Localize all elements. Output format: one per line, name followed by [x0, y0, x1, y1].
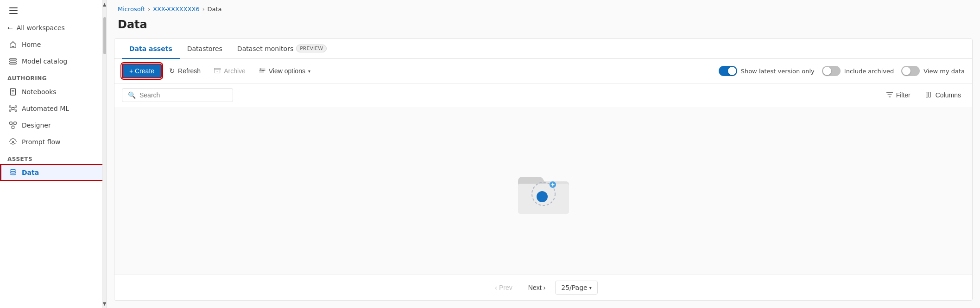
archive-button[interactable]: Archive — [208, 64, 251, 78]
svg-point-35 — [537, 191, 548, 202]
svg-rect-18 — [12, 126, 14, 128]
create-button[interactable]: + Create — [122, 64, 162, 78]
page-size-selector[interactable]: 25/Page ▾ — [555, 281, 597, 295]
scrollbar-thumb[interactable] — [103, 17, 106, 54]
sidebar-item-data[interactable]: Data — [0, 164, 106, 181]
main-content: Microsoft › XXX-XXXXXXX6 › Data Data Dat… — [107, 0, 980, 308]
content-area: Data assets Datastores Dataset monitors … — [114, 38, 973, 301]
sidebar-item-model-catalog[interactable]: Model catalog — [0, 53, 106, 70]
include-archived-toggle[interactable] — [822, 66, 841, 76]
columns-button[interactable]: Columns — [922, 89, 965, 102]
sidebar-item-automated-ml-label: Automated ML — [22, 105, 69, 112]
view-my-data-toggle-group: View my data — [901, 66, 965, 76]
view-my-data-toggle[interactable] — [901, 66, 920, 76]
page-header: Data — [107, 16, 980, 38]
svg-rect-0 — [10, 59, 16, 60]
show-latest-toggle-group: Show latest version only — [719, 66, 815, 76]
show-latest-toggle-knob — [728, 67, 736, 75]
filter-button[interactable]: Filter — [882, 89, 914, 102]
view-options-icon — [259, 67, 266, 76]
search-box[interactable]: 🔍 — [122, 88, 233, 102]
sidebar-scrollbar[interactable]: ▲ ▼ — [102, 0, 106, 308]
svg-point-28 — [260, 68, 261, 69]
svg-point-7 — [12, 107, 14, 109]
page-size-chevron-icon: ▾ — [589, 285, 592, 290]
sidebar-item-automated-ml[interactable]: Automated ML — [0, 100, 106, 117]
sidebar-item-home-label: Home — [22, 41, 41, 48]
empty-folder-illustration — [513, 165, 574, 216]
include-archived-toggle-knob — [823, 67, 831, 75]
back-label: All workspaces — [17, 24, 65, 32]
sidebar-item-home[interactable]: Home — [0, 36, 106, 53]
hamburger-button[interactable] — [7, 6, 19, 16]
svg-point-22 — [10, 169, 16, 172]
next-button[interactable]: Next › — [522, 281, 551, 295]
svg-line-15 — [14, 109, 15, 110]
svg-point-8 — [9, 106, 11, 108]
sidebar-item-data-label: Data — [22, 169, 39, 176]
breadcrumb-microsoft[interactable]: Microsoft — [118, 6, 145, 13]
back-to-workspaces[interactable]: ← All workspaces — [0, 19, 106, 36]
search-input[interactable] — [139, 91, 227, 99]
filter-label: Filter — [896, 91, 910, 99]
filter-bar: 🔍 Filter Columns — [114, 83, 972, 107]
data-icon — [9, 168, 17, 177]
scroll-down-arrow[interactable]: ▼ — [102, 300, 107, 307]
columns-label: Columns — [936, 91, 961, 99]
breadcrumb-workspace[interactable]: XXX-XXXXXXX6 — [153, 6, 200, 13]
view-my-data-label: View my data — [923, 68, 965, 75]
sidebar-item-designer-label: Designer — [22, 122, 51, 129]
breadcrumb-current: Data — [208, 6, 222, 13]
view-my-data-toggle-knob — [902, 67, 910, 75]
show-latest-toggle[interactable] — [719, 66, 737, 76]
sidebar-item-notebooks-label: Notebooks — [22, 88, 57, 96]
tabs: Data assets Datastores Dataset monitors … — [114, 39, 972, 59]
toolbar: + Create ↻ Refresh Archive View options … — [114, 59, 972, 83]
tab-datastores[interactable]: Datastores — [180, 39, 230, 59]
search-icon: 🔍 — [128, 91, 136, 99]
show-latest-label: Show latest version only — [741, 68, 815, 75]
sidebar-item-designer[interactable]: Designer — [0, 117, 106, 134]
columns-icon — [925, 91, 933, 100]
refresh-button[interactable]: ↻ Refresh — [164, 64, 206, 78]
view-options-chevron-icon: ▾ — [308, 69, 310, 74]
authoring-section-header: Authoring — [0, 70, 106, 83]
toolbar-right: Show latest version only Include archive… — [719, 66, 965, 76]
scroll-up-arrow[interactable]: ▲ — [102, 1, 107, 8]
page-title: Data — [118, 18, 969, 31]
prompt-flow-icon — [9, 138, 17, 146]
prev-arrow-icon: ‹ — [495, 284, 497, 291]
breadcrumb: Microsoft › XXX-XXXXXXX6 › Data — [107, 0, 980, 16]
sidebar-item-prompt-flow[interactable]: Prompt flow — [0, 134, 106, 150]
svg-rect-23 — [215, 68, 221, 70]
pagination: ‹ Prev Next › 25/Page ▾ — [114, 275, 972, 300]
sidebar-navigation: ← All workspaces Home Model catalog Auth… — [0, 19, 106, 308]
breadcrumb-sep-1: › — [148, 6, 150, 13]
include-archived-label: Include archived — [844, 68, 894, 75]
archive-icon — [214, 67, 221, 76]
svg-point-29 — [262, 70, 263, 71]
sidebar-item-notebooks[interactable]: Notebooks — [0, 83, 106, 100]
breadcrumb-sep-2: › — [202, 6, 205, 13]
refresh-icon: ↻ — [169, 67, 175, 75]
prev-button[interactable]: ‹ Prev — [489, 281, 518, 295]
view-options-button[interactable]: View options ▾ — [253, 64, 316, 78]
svg-point-11 — [15, 110, 17, 112]
svg-point-10 — [9, 110, 11, 112]
assets-section-header: Assets — [0, 150, 106, 164]
svg-line-13 — [14, 107, 15, 108]
preview-badge: PREVIEW — [296, 45, 327, 52]
page-size-label: 25/Page — [561, 284, 587, 291]
designer-icon — [9, 121, 17, 129]
sidebar-item-model-catalog-label: Model catalog — [22, 58, 67, 65]
filter-right-actions: Filter Columns — [882, 89, 965, 102]
filter-icon — [886, 91, 893, 100]
svg-point-21 — [12, 141, 14, 143]
svg-rect-30 — [926, 92, 928, 97]
folder-svg — [513, 165, 574, 216]
tab-dataset-monitors[interactable]: Dataset monitors PREVIEW — [230, 39, 334, 59]
svg-point-9 — [15, 106, 17, 108]
svg-rect-31 — [929, 92, 930, 97]
tab-data-assets[interactable]: Data assets — [122, 39, 180, 59]
empty-state — [114, 107, 972, 275]
